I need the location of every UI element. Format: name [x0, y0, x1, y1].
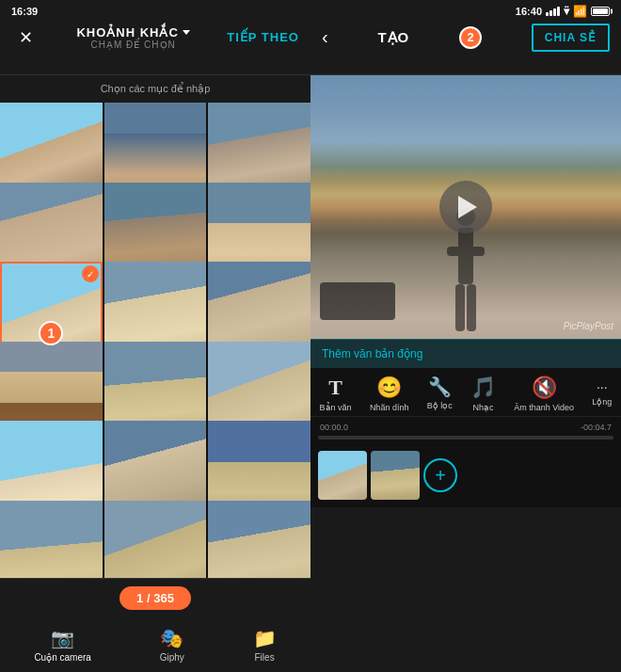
create-title: TẠO	[377, 29, 409, 46]
audio-tool-icon: 🔇	[532, 376, 557, 400]
tool-text-label: Bản văn	[320, 403, 352, 412]
timeline-track[interactable]	[318, 436, 613, 440]
tool-music-label: Nhạc	[472, 403, 493, 412]
album-title: KHOẢNH KHẮC	[76, 25, 189, 40]
left-panel: ✕ KHOẢNH KHẮC CHẠM ĐỂ CHỌN TIẾP THEO Chọ…	[0, 0, 310, 672]
photo-grid: ✓ 00:04 1 00:02	[0, 103, 310, 578]
timeline-clips: +	[318, 447, 613, 504]
files-icon: 📁	[253, 627, 277, 649]
chevron-down-icon	[183, 30, 190, 35]
step-1-badge: 1	[39, 321, 63, 345]
photo-cell[interactable]	[0, 501, 103, 579]
tool-more[interactable]: ··· Lộng	[592, 376, 612, 412]
photo-counter: 1 / 365	[119, 586, 191, 610]
app-wrapper: 16:39 16:40 ▾̈ 📶 ✕ KHOẢNH KHẮC CHẠM ĐỂ C…	[0, 0, 621, 672]
more-tool-icon: ···	[597, 376, 608, 394]
tab-camera-label: Cuộn camera	[34, 652, 90, 663]
tool-text[interactable]: T Bản văn	[320, 376, 352, 412]
tool-more-label: Lộng	[592, 397, 612, 407]
tool-filter[interactable]: 🔧 Bộ lọc	[427, 376, 453, 412]
import-instruction: Chọn các mục để nhập	[0, 75, 310, 103]
tool-filter-label: Bộ lọc	[427, 401, 453, 410]
tool-sticker-label: Nhãn dính	[370, 403, 409, 412]
tab-giphy-label: Giphy	[160, 652, 184, 663]
next-button[interactable]: TIẾP THEO	[227, 30, 299, 44]
album-subtitle: CHẠM ĐỂ CHỌN	[91, 40, 176, 50]
add-clip-button[interactable]: +	[423, 458, 457, 492]
tab-files-label: Files	[255, 652, 275, 663]
left-header: ✕ KHOẢNH KHẮC CHẠM ĐỂ CHỌN TIẾP THEO	[0, 0, 310, 75]
play-button[interactable]	[439, 181, 492, 233]
tool-audio-label: Âm thanh Video	[514, 403, 574, 412]
watermark-text: PicPlayPost	[564, 321, 613, 331]
sticker-tool-icon: 😊	[376, 376, 402, 400]
tab-files[interactable]: 📁 Files	[253, 627, 277, 663]
photo-cell[interactable]	[104, 501, 207, 579]
step-2-badge: 2	[459, 26, 482, 49]
clip-thumb-2[interactable]	[371, 451, 420, 500]
selected-checkmark: ✓	[82, 265, 99, 282]
timeline-end-time: -00:04.7	[581, 423, 612, 432]
timeline-time-row: 00:00.0 -00:04.7	[318, 423, 613, 432]
back-button[interactable]: ‹	[322, 26, 328, 48]
tab-camera[interactable]: 📷 Cuộn camera	[34, 627, 90, 663]
music-tool-icon: 🎵	[470, 376, 496, 400]
timeline-start-time: 00:00.0	[320, 423, 348, 432]
tool-music[interactable]: 🎵 Nhạc	[470, 376, 496, 412]
close-button[interactable]: ✕	[11, 27, 40, 48]
text-tool-icon: T	[328, 376, 342, 400]
tools-row: T Bản văn 😊 Nhãn dính 🔧 Bộ lọc 🎵 Nhạc 🔇 …	[310, 368, 621, 417]
bottom-tabs: 📷 Cuộn camera 🎭 Giphy 📁 Files	[0, 619, 310, 672]
video-preview: PicPlayPost	[310, 75, 621, 339]
play-icon	[458, 196, 477, 218]
photo-cell[interactable]	[208, 501, 310, 579]
timeline-area: 00:00.0 -00:04.7 +	[310, 417, 621, 507]
camera-icon: 📷	[51, 627, 74, 649]
tool-sticker[interactable]: 😊 Nhãn dính	[370, 376, 409, 412]
clip-thumb-1[interactable]	[318, 451, 367, 500]
right-panel: ‹ TẠO 2 CHIA SẺ PicPlayPos	[310, 0, 621, 672]
filter-tool-icon: 🔧	[428, 376, 452, 398]
left-bottom-bar: 1 / 365 📷 Cuộn camera 🎭 Giphy 📁 Files	[0, 578, 310, 672]
album-selector[interactable]: KHOẢNH KHẮC CHẠM ĐỂ CHỌN	[76, 25, 189, 50]
share-button[interactable]: CHIA SẺ	[532, 24, 610, 52]
right-header: ‹ TẠO 2 CHIA SẺ	[310, 0, 621, 75]
add-text-button[interactable]: Thêm văn bản động	[310, 339, 621, 368]
giphy-icon: 🎭	[160, 627, 183, 649]
tool-audio[interactable]: 🔇 Âm thanh Video	[514, 376, 574, 412]
tab-giphy[interactable]: 🎭 Giphy	[160, 627, 184, 663]
